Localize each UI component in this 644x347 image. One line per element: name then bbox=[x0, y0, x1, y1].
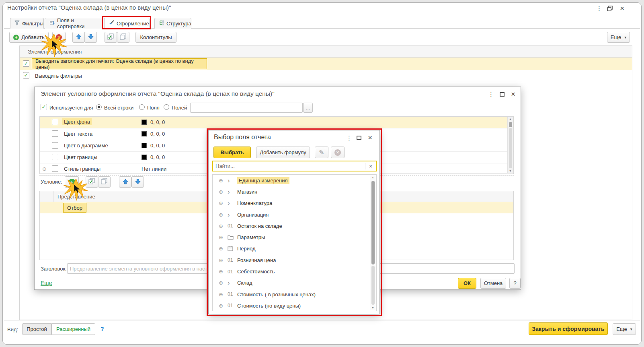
tree-item[interactable]: ⊕ Параметры bbox=[213, 231, 376, 243]
footer-more-button[interactable]: Еще ▾ bbox=[613, 323, 636, 335]
tree-item[interactable]: ⊕ 01 Стоимость ( в розничных ценах) bbox=[213, 289, 376, 300]
tree-item[interactable]: ⊕ › Единица измерения bbox=[213, 175, 376, 186]
search-box: × bbox=[212, 161, 377, 171]
expand-icon[interactable]: ⊕ bbox=[219, 257, 228, 263]
footer-help-link[interactable]: ? bbox=[100, 326, 104, 332]
scroll-thumb[interactable] bbox=[371, 181, 375, 264]
sort-fields-icon bbox=[49, 20, 55, 27]
tree-item[interactable]: ⊕ 01 Стоимость (по виду цены) bbox=[213, 300, 376, 311]
field-dialog-menu-icon[interactable]: ⋮ bbox=[346, 135, 352, 141]
tree-item-label: Единица измерения bbox=[237, 177, 289, 184]
expand-icon[interactable]: ⊕ bbox=[219, 269, 228, 275]
condition-move-down-button[interactable] bbox=[131, 176, 144, 188]
field-chooser-dialog: Выбор поля отчета ⋮ × Выбрать Добавить ф… bbox=[208, 130, 380, 314]
screen: Настройки отчета "Оценка склада (в ценах… bbox=[0, 0, 644, 347]
check-all-button[interactable] bbox=[105, 32, 117, 43]
checkbox[interactable] bbox=[52, 165, 58, 172]
expand-icon[interactable]: ⊕ bbox=[219, 291, 228, 297]
expand-icon[interactable]: ⊕ bbox=[219, 212, 228, 218]
tree-item[interactable]: ⊕ Период bbox=[213, 243, 376, 254]
radio-field[interactable] bbox=[139, 104, 145, 110]
tree-item[interactable]: ⊕ 01 Остаток на складе bbox=[213, 220, 376, 231]
field-dialog-maximize-icon[interactable] bbox=[357, 136, 361, 140]
condition-row-label[interactable]: Отбор bbox=[63, 203, 86, 213]
move-up-button[interactable] bbox=[72, 32, 85, 43]
dialog-menu-icon[interactable]: ⋮ bbox=[488, 91, 494, 97]
expand-icon[interactable]: ⊕ bbox=[219, 234, 228, 240]
checkbox[interactable] bbox=[52, 154, 58, 160]
cancel-button[interactable]: Отмена bbox=[480, 278, 506, 289]
ok-button[interactable]: ОК bbox=[458, 278, 476, 289]
tab-fields-sorting[interactable]: Поля и сортировки bbox=[45, 18, 103, 29]
tab-structure[interactable]: Структура bbox=[154, 18, 191, 29]
toolbar-more-button[interactable]: Еще ▾ bbox=[607, 32, 630, 43]
expand-icon[interactable]: ⊕ bbox=[219, 280, 228, 286]
select-button[interactable]: Выбрать bbox=[213, 147, 251, 158]
scope-field-input[interactable] bbox=[190, 103, 303, 113]
window-restore-icon[interactable] bbox=[607, 6, 613, 12]
expand-icon[interactable]: ⊕ bbox=[219, 223, 228, 229]
list-item[interactable]: Выводить заголовок для печати: Оценка ск… bbox=[20, 58, 632, 70]
tree-item[interactable]: ⊕ 01 Розничная цена bbox=[213, 254, 376, 266]
move-down-button[interactable] bbox=[84, 32, 97, 43]
list-item[interactable]: Выводить фильтры bbox=[20, 70, 632, 82]
tab-appearance[interactable]: Оформление bbox=[104, 18, 150, 29]
choose-field-dots-button[interactable]: ... bbox=[303, 103, 313, 113]
expand-icon[interactable]: ⊕ bbox=[219, 178, 228, 184]
brush-icon bbox=[109, 20, 114, 27]
uncheck-all-button[interactable] bbox=[117, 32, 129, 43]
tree-item-label: Параметры bbox=[237, 234, 265, 240]
expand-icon[interactable]: ⊕ bbox=[219, 303, 228, 309]
dialog-more-link[interactable]: Еще bbox=[41, 280, 52, 286]
edit-formula-button[interactable]: ✎ bbox=[315, 147, 328, 158]
scroll-down-icon[interactable]: ▼ bbox=[371, 306, 374, 310]
field-dialog-close-icon[interactable]: × bbox=[368, 134, 372, 141]
window-close-icon[interactable]: × bbox=[620, 4, 624, 12]
clear-formula-button[interactable]: ✕ bbox=[331, 147, 345, 158]
tree-item[interactable]: ⊕ › Магазин bbox=[213, 186, 376, 197]
scroll-up-icon[interactable]: ▲ bbox=[371, 176, 374, 180]
checkbox[interactable] bbox=[23, 72, 29, 78]
help-button[interactable]: ? bbox=[509, 278, 521, 289]
scroll-track[interactable] bbox=[509, 128, 512, 168]
checkbox[interactable] bbox=[52, 142, 58, 149]
collapse-icon[interactable]: ⊖ bbox=[42, 166, 51, 172]
tree-item[interactable]: ⊕ › Организация bbox=[213, 209, 376, 220]
add-formula-button[interactable]: Добавить формулу bbox=[256, 147, 310, 158]
used-for-checkbox[interactable] bbox=[41, 104, 47, 110]
radio-fields[interactable] bbox=[164, 104, 169, 110]
ref-type-icon: › bbox=[228, 200, 230, 207]
tree-item[interactable]: ⊕ › Склад bbox=[213, 277, 376, 289]
view-simple-button[interactable]: Простой bbox=[22, 323, 51, 335]
scrollbar[interactable]: ▲ ▼ bbox=[507, 117, 513, 173]
condition-uncheck-all-button[interactable] bbox=[98, 176, 111, 188]
tree-item[interactable]: ⊕ 01 Себестоимость bbox=[213, 266, 376, 277]
scrollbar[interactable]: ▲ ▼ bbox=[370, 176, 375, 310]
close-and-generate-button[interactable]: Закрыть и сформировать bbox=[529, 322, 608, 335]
scroll-track[interactable] bbox=[371, 266, 375, 305]
radio-whole-row[interactable] bbox=[96, 104, 102, 110]
scroll-down-icon[interactable]: ▼ bbox=[509, 169, 512, 173]
expand-icon[interactable]: ⊕ bbox=[219, 246, 228, 252]
dialog-close-icon[interactable]: × bbox=[511, 90, 515, 98]
condition-move-up-button[interactable] bbox=[119, 176, 131, 188]
tree-item[interactable]: ⊕ › Номенклатура bbox=[213, 198, 376, 209]
headers-footers-button[interactable]: Колонтитулы bbox=[135, 32, 176, 43]
property-row[interactable]: Цвет фона 0, 0, 0 bbox=[40, 117, 513, 128]
expand-icon[interactable]: ⊕ bbox=[219, 200, 228, 206]
checkbox[interactable] bbox=[52, 130, 58, 137]
tab-filters[interactable]: Фильтры bbox=[10, 18, 44, 29]
checkbox[interactable] bbox=[23, 60, 29, 67]
search-clear-icon[interactable]: × bbox=[365, 163, 376, 169]
expand-icon[interactable]: ⊕ bbox=[219, 189, 228, 195]
dialog-maximize-icon[interactable] bbox=[500, 92, 505, 97]
arrow-down-icon bbox=[88, 34, 94, 41]
checkbox[interactable] bbox=[52, 119, 58, 125]
window-menu-icon[interactable]: ⋮ bbox=[596, 5, 602, 11]
plus-icon: + bbox=[13, 35, 19, 40]
color-swatch bbox=[142, 155, 147, 160]
scroll-up-icon[interactable]: ▲ bbox=[509, 117, 512, 121]
scroll-thumb[interactable] bbox=[509, 122, 512, 127]
view-advanced-button[interactable]: Расширенный bbox=[51, 323, 95, 335]
search-input[interactable] bbox=[213, 163, 365, 169]
